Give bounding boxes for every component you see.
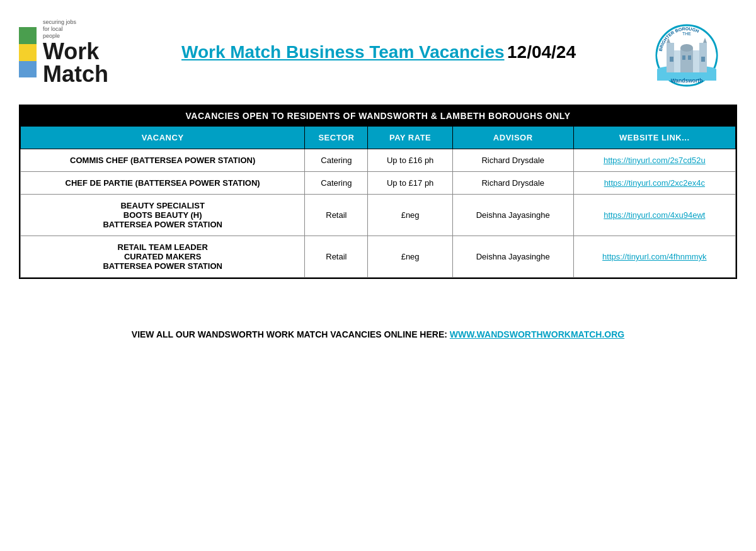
- header-date-val: 12/04/24: [507, 42, 576, 62]
- table-row: COMMIS CHEF (BATTERSEA POWER STATION)Cat…: [21, 149, 736, 172]
- logo-sidebar-blue: [19, 61, 37, 78]
- logo-match: Match: [43, 63, 108, 86]
- footer-link[interactable]: WWW.WANDSWORTHWORKMATCH.ORG: [450, 329, 624, 339]
- header-title: Work Match Business Team Vacancies 12/04…: [108, 42, 649, 62]
- page-title: Work Match Business Team Vacancies: [181, 42, 505, 62]
- col-pay-rate: PAY RATE: [368, 127, 452, 149]
- footer-area: VIEW ALL OUR WANDSWORTH WORK MATCH VACAN…: [13, 317, 743, 352]
- pay-rate-cell: £neg: [368, 236, 452, 278]
- logo-sidebar: [19, 27, 37, 77]
- col-website: WEBSITE LINK...: [573, 127, 735, 149]
- vacancy-cell: BEAUTY SPECIALIST BOOTS BEAUTY (H) BATTE…: [21, 195, 305, 236]
- vacancies-table: VACANCY SECTOR PAY RATE ADVISOR WEBSITE …: [20, 126, 736, 278]
- col-advisor: ADVISOR: [452, 127, 573, 149]
- logo-sidebar-green: [19, 27, 37, 44]
- logo-area: securing jobsfor localpeople Work Match: [19, 19, 108, 86]
- advisor-cell: Deishna Jayasinghe: [452, 236, 573, 278]
- vacancy-cell: RETAIL TEAM LEADER CURATED MAKERS BATTER…: [21, 236, 305, 278]
- sector-cell: Catering: [305, 172, 368, 195]
- svg-text:THE: THE: [682, 31, 691, 36]
- advisor-cell: Richard Drysdale: [452, 172, 573, 195]
- pay-rate-cell: Up to £17 ph: [368, 172, 452, 195]
- vacancy-cell: CHEF DE PARTIE (BATTERSEA POWER STATION): [21, 172, 305, 195]
- link-cell: https://tinyurl.com/2s7cd52u: [573, 149, 735, 172]
- pay-rate-cell: Up to £16 ph: [368, 149, 452, 172]
- footer: VIEW ALL OUR WANDSWORTH WORK MATCH VACAN…: [13, 317, 743, 352]
- logo-text: Work Match: [43, 40, 108, 86]
- svg-text:Wandsworth: Wandsworth: [671, 77, 703, 84]
- svg-rect-11: [682, 55, 685, 60]
- link-cell: https://tinyurl.com/2xc2ex4c: [573, 172, 735, 195]
- table-row: CHEF DE PARTIE (BATTERSEA POWER STATION)…: [21, 172, 736, 195]
- link-cell: https://tinyurl.com/4fhnmmyk: [573, 236, 735, 278]
- col-vacancy: VACANCY: [21, 127, 305, 149]
- sector-cell: Retail: [305, 236, 368, 278]
- header: securing jobsfor localpeople Work Match …: [13, 13, 743, 98]
- link-cell: https://tinyurl.com/4xu94ewt: [573, 195, 735, 236]
- col-sector: SECTOR: [305, 127, 368, 149]
- tagline: securing jobsfor localpeople: [43, 19, 76, 39]
- svg-rect-9: [670, 57, 673, 62]
- vacancies-table-container: VACANCIES OPEN TO RESIDENTS OF WANDSWORT…: [19, 105, 737, 279]
- vacancy-cell: COMMIS CHEF (BATTERSEA POWER STATION): [21, 149, 305, 172]
- vacancy-link[interactable]: https://tinyurl.com/2s7cd52u: [604, 156, 706, 165]
- pay-rate-cell: £neg: [368, 195, 452, 236]
- svg-rect-12: [688, 55, 691, 60]
- footer-text: VIEW ALL OUR WANDSWORTH WORK MATCH VACAN…: [132, 329, 447, 339]
- vacancy-link[interactable]: https://tinyurl.com/2xc2ex4c: [604, 178, 705, 188]
- table-row: BEAUTY SPECIALIST BOOTS BEAUTY (H) BATTE…: [21, 195, 736, 236]
- svg-rect-10: [701, 57, 705, 62]
- advisor-cell: Deishna Jayasinghe: [452, 195, 573, 236]
- sector-cell: Catering: [305, 149, 368, 172]
- banner: VACANCIES OPEN TO RESIDENTS OF WANDSWORT…: [20, 106, 736, 126]
- vacancy-link[interactable]: https://tinyurl.com/4xu94ewt: [604, 210, 705, 220]
- vacancy-link[interactable]: https://tinyurl.com/4fhnmmyk: [602, 252, 706, 261]
- logo-sidebar-yellow: [19, 44, 37, 61]
- wandsworth-logo: BRIGHTER BOROUGH Wandsworth THE: [649, 24, 731, 81]
- logo-work: Work: [43, 40, 108, 63]
- wandsworth-svg: BRIGHTER BOROUGH Wandsworth THE: [649, 24, 724, 87]
- table-row: RETAIL TEAM LEADER CURATED MAKERS BATTER…: [21, 236, 736, 278]
- sector-cell: Retail: [305, 195, 368, 236]
- svg-point-8: [680, 44, 693, 52]
- table-header-row: VACANCY SECTOR PAY RATE ADVISOR WEBSITE …: [21, 127, 736, 149]
- advisor-cell: Richard Drysdale: [452, 149, 573, 172]
